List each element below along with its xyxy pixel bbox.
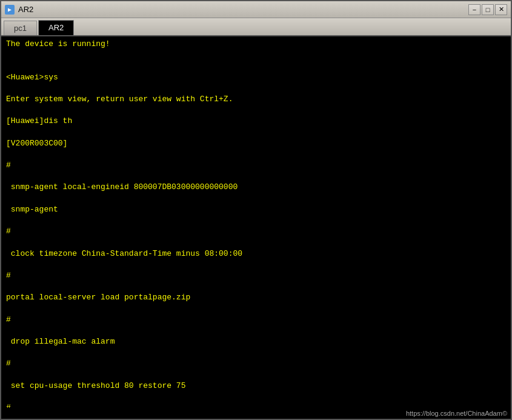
terminal-line: set cpu-usage threshold 80 restore 75	[6, 381, 506, 392]
terminal-line: #	[6, 315, 506, 325]
terminal-line: clock timezone China-Standard-Time minus…	[6, 248, 506, 259]
terminal-line: [V200R003C00]	[6, 138, 506, 149]
main-window: ▶ AR2 − □ ✕ pc1 AR2 The device is runnin…	[0, 0, 512, 420]
title-bar-left: ▶ AR2	[5, 5, 33, 15]
minimize-button[interactable]: −	[468, 4, 480, 15]
maximize-button[interactable]: □	[482, 4, 494, 15]
terminal-output: The device is running! <Huawei>sys Enter…	[6, 39, 506, 408]
terminal-line: [Huawei]dis th	[6, 116, 506, 127]
terminal-line: #	[6, 358, 506, 369]
terminal-line: The device is running!	[6, 39, 506, 50]
title-bar: ▶ AR2 − □ ✕	[1, 1, 511, 18]
status-text: https://blog.csdn.net/ChinaAdam©	[406, 410, 507, 417]
status-bar: https://blog.csdn.net/ChinaAdam©	[1, 408, 511, 419]
terminal-line: #	[6, 226, 506, 237]
close-button[interactable]: ✕	[495, 4, 507, 15]
tab-pc1[interactable]: pc1	[4, 21, 37, 35]
tab-bar: pc1 AR2	[1, 18, 511, 36]
terminal-line: Enter system view, return user view with…	[6, 94, 506, 105]
app-icon: ▶	[5, 5, 15, 15]
terminal-line: #	[6, 160, 506, 171]
terminal-line: drop illegal-mac alarm	[6, 336, 506, 347]
terminal-line: snmp-agent local-engineid 800007DB030000…	[6, 182, 506, 193]
terminal-line: #	[6, 270, 506, 281]
tab-ar2[interactable]: AR2	[38, 20, 74, 35]
terminal-area: The device is running! <Huawei>sys Enter…	[1, 36, 511, 408]
terminal-line: <Huawei>sys	[6, 72, 506, 83]
terminal-line: snmp-agent	[6, 204, 506, 215]
terminal-line: #	[6, 402, 506, 408]
window-controls: − □ ✕	[468, 4, 507, 15]
terminal-line: portal local-server load portalpage.zip	[6, 292, 506, 303]
window-title: AR2	[18, 5, 33, 14]
